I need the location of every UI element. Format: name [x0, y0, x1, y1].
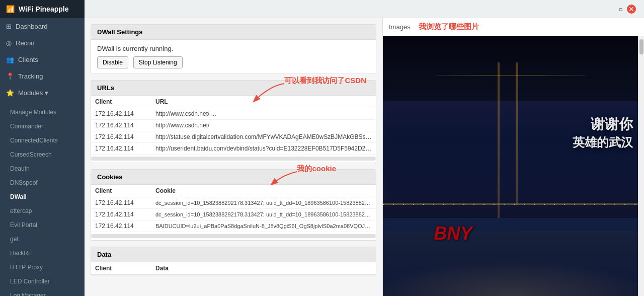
city-lights	[383, 140, 638, 296]
image-panel: Images 我浏览了哪些图片	[382, 18, 644, 296]
sidebar-item-connectedclients[interactable]: ConnectedClients	[0, 133, 85, 147]
recon-icon: ◎	[6, 39, 12, 47]
stop-listening-button[interactable]: Stop Listening	[133, 56, 183, 68]
url-cell: http://userident.baidu.com/devbind/statu…	[151, 143, 376, 155]
dwall-status: DWall is currently running.	[97, 45, 370, 52]
urls-table: Client URL 172.16.42.114http://www.csdn.…	[91, 96, 376, 155]
sidebar-item-manage-modules[interactable]: Manage Modules	[0, 105, 85, 119]
data-section: Data Client Data	[91, 247, 376, 275]
modules-label: Modules ▾	[18, 89, 48, 97]
urls-section-body: Client URL 172.16.42.114http://www.csdn.…	[91, 96, 376, 163]
city-image: 谢谢你 英雄的武汉 BNY	[383, 36, 638, 296]
clients-label: Clients	[18, 56, 38, 63]
dwall-settings-body: DWall is currently running. Disable Stop…	[91, 40, 376, 73]
sidebar-item-http-proxy[interactable]: HTTP Proxy	[0, 260, 85, 274]
app-title: WiFi Pineapple	[19, 5, 68, 13]
sidebar-item-cursedscreech[interactable]: CursedScreech	[0, 147, 85, 162]
dwall-settings-section: DWall Settings DWall is currently runnin…	[91, 24, 376, 74]
sidebar-item-dashboard[interactable]: ⊞ Dashboard	[0, 18, 85, 35]
url-cell: http://www.csdn.net/	[151, 120, 376, 131]
table-row: 172.16.42.114http://statuse.digitalcertv…	[91, 131, 376, 143]
overlay-line1: 谢谢你	[573, 114, 633, 134]
sidebar-item-log-manager[interactable]: Log Manager	[0, 288, 85, 296]
recon-label: Recon	[16, 39, 35, 47]
sidebar: 📶 WiFi Pineapple ⊞ Dashboard ◎ Recon 👥 C…	[0, 0, 85, 296]
cookie-client-cell: 172.16.42.114	[91, 220, 151, 232]
urls-col-url: URL	[151, 96, 376, 108]
sidebar-item-recon[interactable]: ◎ Recon	[0, 35, 85, 51]
dwall-panel: DWall Settings DWall is currently runnin…	[85, 18, 382, 296]
sidebar-item-modules[interactable]: ⭐ Modules ▾	[0, 85, 85, 101]
data-section-header: Data	[91, 247, 376, 262]
restore-button[interactable]: ○	[619, 5, 623, 13]
wifi-icon: 📶	[6, 5, 15, 13]
sidebar-item-clients[interactable]: 👥 Clients	[0, 51, 85, 68]
street-lights	[383, 204, 638, 205]
data-table: Client Data	[91, 262, 376, 275]
urls-table-wrap[interactable]: Client URL 172.16.42.114http://www.csdn.…	[91, 96, 376, 163]
sidebar-header: 📶 WiFi Pineapple	[0, 0, 85, 18]
close-button[interactable]: ✕	[627, 5, 636, 14]
cookie-cell: dc_session_id=10_1582388292178.313427; u…	[151, 197, 376, 209]
dashboard-icon: ⊞	[6, 23, 12, 30]
url-cell: http://statuse.digitalcertvalidation.com…	[151, 131, 376, 143]
scrollbar-thumb[interactable]	[639, 39, 643, 54]
urls-scrollbar[interactable]	[91, 157, 376, 161]
topbar: ○ ✕	[85, 0, 644, 18]
cookies-section: Cookies Client Cookie	[91, 169, 376, 241]
table-row: 172.16.42.114http://www.csdn.net/ ...	[91, 108, 376, 120]
url-cell: http://www.csdn.net/ ...	[151, 108, 376, 120]
cookie-client-cell: 172.16.42.114	[91, 197, 151, 209]
sidebar-item-dwall[interactable]: DWall	[0, 190, 85, 204]
image-panel-scroll-area: 谢谢你 英雄的武汉 BNY	[383, 36, 644, 296]
cookies-col-client: Client	[91, 185, 151, 197]
cookies-section-body: Client Cookie 172.16.42.114dc_session_id…	[91, 185, 376, 240]
red-overlay-text: BNY	[434, 223, 472, 244]
sidebar-item-deauth[interactable]: Deauth	[0, 162, 85, 176]
sidebar-item-led-controller[interactable]: LED Controller	[0, 274, 85, 288]
table-row: 172.16.42.114dc_session_id=10_1582388292…	[91, 197, 376, 209]
sidebar-item-ettercap[interactable]: ettercap	[0, 204, 85, 218]
cookie-cell: BAIDUCUID=lu2ui_aPBa0PaS8dgaSniluN-8_J8v…	[151, 220, 376, 232]
data-col-data: Data	[151, 262, 376, 275]
table-row: 172.16.42.114BAIDUCUID=lu2ui_aPBa0PaS8dg…	[91, 220, 376, 232]
sidebar-item-get[interactable]: get	[0, 232, 85, 246]
sidebar-item-dnsspoof[interactable]: DNSspoof	[0, 176, 85, 190]
sidebar-item-tracking[interactable]: 📍 Tracking	[0, 68, 85, 85]
url-client-cell: 172.16.42.114	[91, 143, 151, 155]
overlay-line2: 英雄的武汉	[573, 134, 633, 151]
tracking-label: Tracking	[18, 72, 43, 80]
url-client-cell: 172.16.42.114	[91, 120, 151, 131]
sidebar-item-evil-portal[interactable]: Evil Portal	[0, 218, 85, 232]
cookies-col-cookie: Cookie	[151, 185, 376, 197]
cookie-cell: dc_session_id=10_1582388292178.313427; u…	[151, 209, 376, 220]
cookies-scrollbar[interactable]	[91, 234, 376, 238]
url-client-cell: 172.16.42.114	[91, 108, 151, 120]
cookies-table: Client Cookie 172.16.42.114dc_session_id…	[91, 185, 376, 232]
clients-icon: 👥	[6, 56, 14, 63]
url-client-cell: 172.16.42.114	[91, 131, 151, 143]
sidebar-item-hackrf[interactable]: HackRF	[0, 246, 85, 260]
table-row: 172.16.42.114http://userident.baidu.com/…	[91, 143, 376, 155]
main-area: ○ ✕ DWall Settings DWall is currently ru…	[85, 0, 644, 296]
modules-icon: ⭐	[6, 89, 14, 97]
urls-section-wrapper: 可以看到我访问了CSDN URLs	[91, 80, 376, 163]
cookies-section-header: Cookies	[91, 170, 376, 185]
disable-button[interactable]: Disable	[97, 56, 128, 68]
data-col-client: Client	[91, 262, 151, 275]
cookie-client-cell: 172.16.42.114	[91, 209, 151, 220]
image-tab-label[interactable]: Images	[389, 23, 411, 31]
tracking-icon: 📍	[6, 72, 14, 80]
urls-section-header: URLs	[91, 81, 376, 96]
dwall-settings-header: DWall Settings	[91, 25, 376, 40]
image-display: 谢谢你 英雄的武汉 BNY	[383, 36, 638, 296]
table-row: 172.16.42.114http://www.csdn.net/	[91, 120, 376, 131]
cookies-table-wrap[interactable]: Client Cookie 172.16.42.114dc_session_id…	[91, 185, 376, 240]
content-area: DWall Settings DWall is currently runnin…	[85, 18, 644, 296]
sidebar-item-commander[interactable]: Commander	[0, 119, 85, 133]
data-section-body: Client Data	[91, 262, 376, 275]
dashboard-label: Dashboard	[16, 23, 48, 30]
image-scrollbar[interactable]	[638, 36, 644, 296]
overlay-text: 谢谢你 英雄的武汉	[573, 114, 633, 151]
urls-section: URLs Client URL 172.16	[91, 80, 376, 163]
